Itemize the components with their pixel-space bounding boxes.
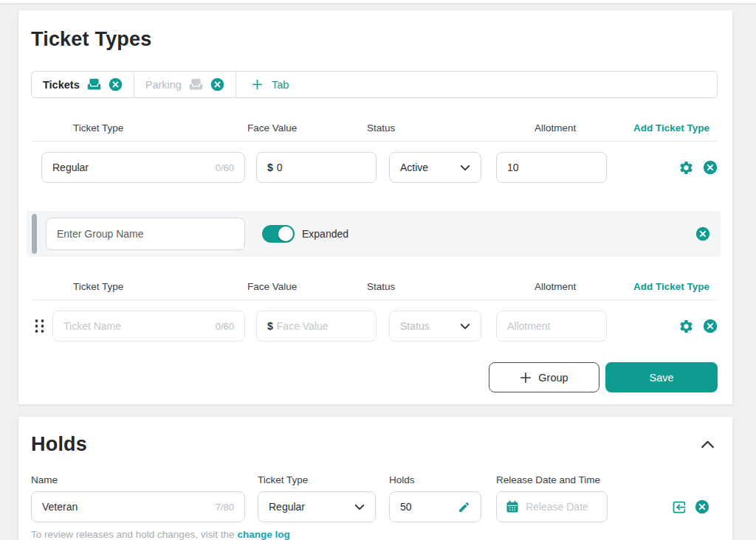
pencil-icon[interactable] [458,501,470,513]
char-counter: 0/60 [216,321,234,332]
plus-icon [252,79,263,90]
ticket-types-card: Ticket Types Tickets Parking Tab [18,10,732,404]
char-counter: 0/60 [216,162,234,173]
table-header: Ticket Type Face Value Status Allotment … [31,281,718,294]
release-date-field-group: Release Date and Time [496,474,608,522]
ticket-name-field[interactable] [52,162,210,173]
hold-name-field-group: Name 7/80 [31,474,245,522]
col-status: Status [367,122,395,134]
ticket-name-input[interactable]: 0/60 [52,311,245,342]
add-tab-button[interactable]: Tab [236,72,304,97]
chevron-up-icon[interactable] [698,437,718,451]
status-value: Active [400,162,428,173]
toggle-knob [278,226,293,241]
col-allotment: Allotment [535,122,576,134]
remove-row-icon[interactable] [703,319,718,333]
ticket-row-empty: 0/60 $ Status [31,311,718,342]
chevron-down-icon [460,165,470,171]
status-select[interactable]: Status [389,311,481,342]
hold-name-field[interactable] [42,501,210,513]
divider [31,300,718,300]
name-label: Name [31,474,245,485]
holds-count-field-group: Holds [389,474,481,522]
holds-label: Holds [389,474,481,485]
add-group-label: Group [538,372,568,384]
add-ticket-type-link[interactable]: Add Ticket Type [633,281,709,292]
hold-ticket-type-select[interactable]: Regular [258,491,376,522]
close-tab-icon[interactable] [210,77,224,91]
col-ticket-type: Ticket Type [73,281,123,292]
face-value-input[interactable]: $ [256,311,377,342]
col-face-value: Face Value [247,122,297,134]
tab-parking[interactable]: Parking [134,72,236,97]
face-value-field[interactable] [277,320,365,332]
ticket-type-label: Ticket Type [258,474,376,485]
drag-handle-icon[interactable] [34,319,45,333]
top-divider [0,0,756,4]
row-actions [678,319,718,334]
remove-group-icon[interactable] [695,226,710,241]
divider [31,141,718,142]
hold-actions [671,491,709,522]
holds-title: Holds [31,433,87,456]
group-name-field[interactable] [57,228,234,240]
remove-row-icon[interactable] [703,160,718,175]
save-button[interactable]: Save [605,362,718,392]
release-date-input[interactable] [496,491,608,522]
row-actions [678,160,718,176]
face-value-input[interactable]: $ [256,152,377,183]
holds-count-input[interactable] [389,491,481,522]
release-date-label: Release Date and Time [496,474,608,485]
ticket-row: 0/60 $ Active [31,152,718,183]
add-ticket-type-link[interactable]: Add Ticket Type [633,122,709,134]
currency-prefix: $ [267,320,273,332]
char-counter: 7/80 [216,502,234,513]
footer-text: To review releases and hold changes, vis… [31,529,234,540]
expanded-toggle-label: Expanded [302,228,348,240]
gear-icon[interactable] [678,160,694,176]
currency-prefix: $ [267,162,273,173]
tab-tickets-label: Tickets [43,79,80,91]
gear-icon[interactable] [678,319,694,334]
change-log-link[interactable]: change log [237,529,289,540]
tab-bar: Tickets Parking Tab [31,71,718,98]
plus-icon [520,372,532,384]
allotment-field[interactable] [507,162,596,173]
face-value-field[interactable] [277,162,365,173]
tab-parking-label: Parking [145,79,182,91]
ticket-name-field[interactable] [63,320,210,332]
status-select[interactable]: Active [389,152,481,183]
release-date-field[interactable] [526,501,599,513]
hold-ticket-type-field-group: Ticket Type Regular [258,474,376,522]
save-label: Save [649,372,673,384]
holds-header: Holds [31,417,718,456]
holds-count-field[interactable] [400,501,458,513]
col-ticket-type: Ticket Type [73,122,123,134]
group-row: Expanded [27,211,721,257]
page-title: Ticket Types [31,10,718,51]
calendar-icon[interactable] [505,499,520,514]
allotment-input[interactable] [496,311,607,342]
close-tab-icon[interactable] [109,77,123,91]
add-tab-label: Tab [272,79,289,91]
ticket-name-input[interactable]: 0/60 [41,152,245,183]
remove-hold-icon[interactable] [695,499,709,514]
release-hold-icon[interactable] [671,499,687,515]
add-group-button[interactable]: Group [489,362,599,392]
holds-row: Name 7/80 Ticket Type Regular Holds [31,474,718,522]
expanded-toggle[interactable] [262,225,295,243]
col-allotment: Allotment [535,281,576,292]
group-name-input[interactable] [46,218,245,250]
seat-icon [188,77,204,92]
tab-tickets[interactable]: Tickets [32,72,134,97]
actions-row: Group Save [31,362,718,392]
allotment-field[interactable] [507,320,596,332]
col-status: Status [367,281,395,292]
hold-name-input[interactable]: 7/80 [31,491,245,522]
seat-icon [86,77,102,92]
chevron-down-icon [460,323,470,330]
col-face-value: Face Value [247,281,297,292]
holds-card: Holds Name 7/80 Ticket Type Regular Hold… [18,417,732,540]
ticket-type-value: Regular [269,501,305,513]
allotment-input[interactable] [496,152,607,183]
